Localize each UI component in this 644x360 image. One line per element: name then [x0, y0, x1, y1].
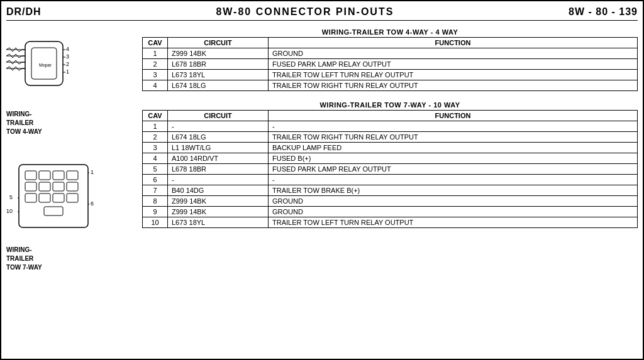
cell-circuit: Z999 14BK: [168, 48, 269, 59]
table-row: 3 L673 18YL TRAILER TOW LEFT TURN RELAY …: [143, 70, 638, 80]
cell-function: FUSED PARK LAMP RELAY OUTPUT: [269, 59, 638, 70]
table-7way-header-cav: CAV: [143, 111, 168, 121]
cell-circuit: L678 18BR: [168, 164, 269, 175]
tables-column: WIRING-TRAILER TOW 4-WAY - 4 WAY CAV CIR…: [142, 26, 638, 351]
page-wrapper: DR/DH 8W-80 CONNECTOR PIN-OUTS 8W - 80 -…: [0, 0, 644, 360]
table-7way-header-function: FUNCTION: [269, 111, 638, 121]
table-row: 4 L674 18LG TRAILER TOW RIGHT TURN RELAY…: [143, 80, 638, 91]
table-row: 2 L674 18LG TRAILER TOW RIGHT TURN RELAY…: [143, 132, 638, 143]
diagram-4way: Mopar 4 3 2 1: [6, 32, 132, 136]
table-row: 4 A100 14RD/VT FUSED B(+): [143, 153, 638, 164]
cell-cav: 8: [143, 196, 168, 207]
cell-function: BACKUP LAMP FEED: [269, 143, 638, 153]
cell-function: GROUND: [269, 196, 638, 207]
main-content: Mopar 4 3 2 1: [6, 26, 638, 351]
header-left: DR/DH: [6, 6, 42, 18]
svg-rect-20: [25, 182, 36, 191]
cell-cav: 7: [143, 185, 168, 196]
header-center: 8W-80 CONNECTOR PIN-OUTS: [42, 6, 569, 18]
cell-circuit: L1 18WT/LG: [168, 143, 269, 153]
cell-cav: 9: [143, 207, 168, 217]
cell-function: GROUND: [269, 48, 638, 59]
table-4way-header-circuit: CIRCUIT: [168, 38, 269, 48]
cell-circuit: L678 18BR: [168, 59, 269, 70]
connector-4way-svg: Mopar 4 3 2 1: [6, 32, 113, 107]
table-7way-header-circuit: CIRCUIT: [168, 111, 269, 121]
svg-text:10: 10: [6, 208, 13, 214]
cell-cav: 3: [143, 70, 168, 80]
cell-cav: 1: [143, 48, 168, 59]
svg-rect-22: [53, 182, 64, 191]
svg-rect-28: [44, 207, 63, 215]
svg-text:6: 6: [91, 200, 94, 207]
svg-text:1: 1: [91, 169, 94, 175]
table-4way-title: WIRING-TRAILER TOW 4-WAY - 4 WAY: [142, 28, 638, 36]
cell-cav: 1: [143, 121, 168, 132]
cell-circuit: L674 18LG: [168, 80, 269, 91]
cell-function: GROUND: [269, 207, 638, 217]
cell-circuit: L674 18LG: [168, 132, 269, 143]
cell-circuit: Z999 14BK: [168, 196, 269, 207]
svg-text:4: 4: [66, 46, 69, 52]
svg-rect-23: [67, 182, 78, 191]
cell-circuit: A100 14RD/VT: [168, 153, 269, 164]
diagram-7way-label: WIRING- TRAILER TOW 7-WAY: [6, 246, 42, 272]
svg-rect-27: [67, 194, 78, 202]
svg-rect-21: [39, 182, 50, 191]
table-4way-header-function: FUNCTION: [269, 38, 638, 48]
table-7way-section: WIRING-TRAILER TOW 7-WAY - 10 WAY CAV CI…: [142, 101, 638, 228]
cell-function: -: [269, 121, 638, 132]
table-row: 2 L678 18BR FUSED PARK LAMP RELAY OUTPUT: [143, 59, 638, 70]
table-row: 9 Z999 14BK GROUND: [143, 207, 638, 217]
cell-cav: 5: [143, 164, 168, 175]
svg-rect-26: [53, 194, 64, 202]
svg-text:5: 5: [9, 194, 13, 200]
table-row: 7 B40 14DG TRAILER TOW BRAKE B(+): [143, 185, 638, 196]
table-7way: CAV CIRCUIT FUNCTION 1 - - 2 L674 18LG T…: [142, 110, 638, 228]
svg-rect-25: [39, 194, 50, 202]
cell-function: TRAILER TOW RIGHT TURN RELAY OUTPUT: [269, 132, 638, 143]
cell-cav: 2: [143, 59, 168, 70]
cell-function: FUSED B(+): [269, 153, 638, 164]
svg-rect-16: [25, 171, 36, 180]
table-4way: CAV CIRCUIT FUNCTION 1 Z999 14BK GROUND …: [142, 37, 638, 91]
svg-rect-19: [67, 171, 78, 180]
svg-rect-17: [39, 171, 50, 180]
diagrams-column: Mopar 4 3 2 1: [6, 26, 132, 351]
diagram-7way: 5 10 1 6 WIRING- TRAILER TOW 7-WAY: [6, 161, 132, 272]
cell-circuit: Z999 14BK: [168, 207, 269, 217]
cell-cav: 4: [143, 153, 168, 164]
cell-cav: 10: [143, 217, 168, 228]
table-4way-header-cav: CAV: [143, 38, 168, 48]
svg-rect-24: [25, 194, 36, 202]
header: DR/DH 8W-80 CONNECTOR PIN-OUTS 8W - 80 -…: [6, 6, 638, 21]
table-row: 8 Z999 14BK GROUND: [143, 196, 638, 207]
diagram-4way-label: WIRING- TRAILER TOW 4-WAY: [6, 110, 42, 136]
table-4way-header-row: CAV CIRCUIT FUNCTION: [143, 38, 638, 48]
table-row: 5 L678 18BR FUSED PARK LAMP RELAY OUTPUT: [143, 164, 638, 175]
cell-circuit: L673 18YL: [168, 217, 269, 228]
cell-circuit: -: [168, 175, 269, 185]
cell-function: TRAILER TOW LEFT TURN RELAY OUTPUT: [269, 70, 638, 80]
cell-function: TRAILER TOW LEFT TURN RELAY OUTPUT: [269, 217, 638, 228]
svg-text:Mopar: Mopar: [39, 63, 52, 68]
cell-function: TRAILER TOW BRAKE B(+): [269, 185, 638, 196]
cell-function: -: [269, 175, 638, 185]
table-row: 10 L673 18YL TRAILER TOW LEFT TURN RELAY…: [143, 217, 638, 228]
cell-cav: 3: [143, 143, 168, 153]
svg-rect-18: [53, 171, 64, 180]
cell-circuit: B40 14DG: [168, 185, 269, 196]
table-7way-header-row: CAV CIRCUIT FUNCTION: [143, 111, 638, 121]
table-row: 6 - -: [143, 175, 638, 185]
cell-cav: 4: [143, 80, 168, 91]
cell-circuit: L673 18YL: [168, 70, 269, 80]
svg-text:3: 3: [66, 53, 69, 60]
cell-cav: 2: [143, 132, 168, 143]
svg-text:2: 2: [66, 61, 69, 67]
cell-function: FUSED PARK LAMP RELAY OUTPUT: [269, 164, 638, 175]
svg-text:1: 1: [66, 68, 69, 75]
table-7way-title: WIRING-TRAILER TOW 7-WAY - 10 WAY: [142, 101, 638, 109]
cell-circuit: -: [168, 121, 269, 132]
header-right: 8W - 80 - 139: [569, 6, 638, 18]
table-row: 3 L1 18WT/LG BACKUP LAMP FEED: [143, 143, 638, 153]
